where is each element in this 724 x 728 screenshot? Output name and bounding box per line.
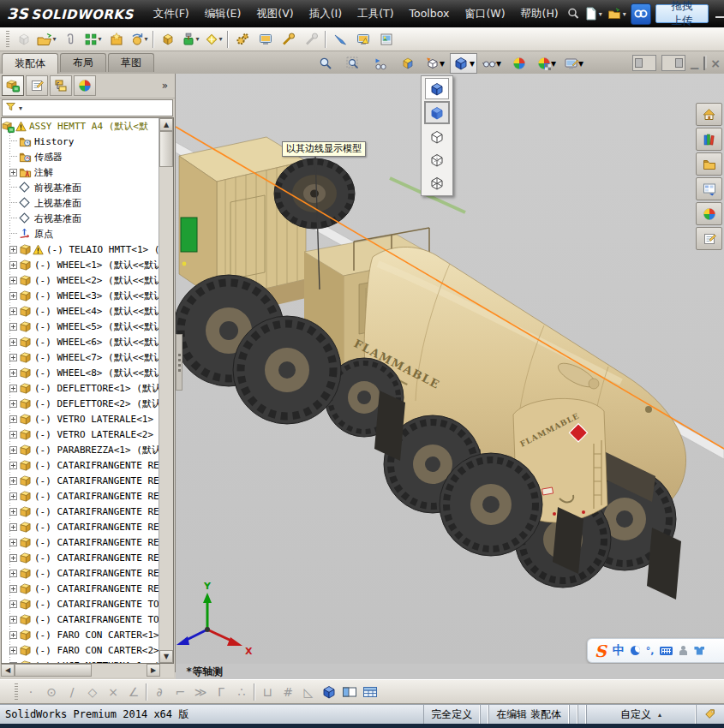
sogou-logo[interactable]: S <box>595 641 607 660</box>
expander-icon[interactable] <box>9 446 17 454</box>
chevron-down-icon[interactable]: ▾ <box>440 57 445 69</box>
tree-vertical-scrollbar[interactable]: ▲ ▼ <box>159 118 173 663</box>
chevron-down-icon[interactable]: ▾ <box>144 35 147 43</box>
expander-icon[interactable] <box>9 354 17 361</box>
menu-window[interactable]: 窗口(W) <box>457 0 512 27</box>
design-library-icon[interactable] <box>696 128 722 151</box>
tree-row[interactable]: 右视基准面 <box>2 211 161 226</box>
expander-icon[interactable] <box>9 585 17 593</box>
split-pane-icon[interactable] <box>339 683 360 701</box>
move-component-icon[interactable]: ▾ <box>128 29 151 50</box>
tree-row[interactable]: 16">History <box>2 134 161 149</box>
solidworks-resources-icon[interactable] <box>696 103 722 126</box>
menu-help[interactable]: 帮助(H) <box>513 0 566 27</box>
tree-row[interactable]: (-) PARABREZZA<1> (默认 <box>2 442 161 457</box>
propertymanager-tab-icon[interactable] <box>26 75 48 96</box>
tree-row[interactable]: 上视基准面 <box>2 195 161 211</box>
account-icon[interactable] <box>679 646 688 655</box>
assembly-features-icon[interactable]: ▾ <box>179 29 202 50</box>
tree-row[interactable]: (-) LUCE NOTTURNA<1> (默 <box>2 658 161 664</box>
tree-row[interactable]: (-) WHEEL<8> (默认<<默认 <box>2 365 161 380</box>
tree-row[interactable]: (-) CATARIFRANGENTE RET <box>2 565 161 581</box>
scroll-up-icon[interactable]: ▲ <box>159 118 173 131</box>
tree-row[interactable]: (-) WHEEL<3> (默认<<默认 <box>2 288 161 303</box>
overflow-chevron-icon[interactable]: » <box>162 80 173 92</box>
unit-system-selector[interactable]: 自定义 ▴ <box>586 705 696 724</box>
display-style-icon[interactable]: ▾ <box>450 53 477 74</box>
expander-icon[interactable] <box>9 369 17 377</box>
tree-row[interactable]: (-) CATARIFRANGENTE RET <box>2 519 161 534</box>
tree-row[interactable]: (-) CATARIFRANGENTE TON <box>2 612 161 627</box>
smart-fasteners-icon[interactable] <box>105 29 128 50</box>
insert-components-icon[interactable]: ▾ <box>35 29 58 50</box>
hidden-lines-removed-icon[interactable] <box>425 126 449 147</box>
edit-appearance-icon[interactable] <box>506 53 532 74</box>
tab-sketch[interactable]: 草图 <box>108 53 154 72</box>
tree-row[interactable]: (-) DEFLETTORE<2> (默认 <box>2 396 161 411</box>
scroll-down-icon[interactable]: ▼ <box>159 650 173 663</box>
toolbar-grip[interactable] <box>15 683 18 701</box>
tree-row[interactable]: (-) CATARIFRANGENTE RET <box>2 550 161 565</box>
zoom-to-area-icon[interactable] <box>340 53 366 74</box>
menu-tools[interactable]: 工具(T) <box>350 0 401 27</box>
expander-icon[interactable] <box>9 415 17 423</box>
expander-icon[interactable] <box>9 631 17 639</box>
file-explorer-icon[interactable] <box>696 152 722 176</box>
tree-row[interactable]: (-) CATARIFRANGENTE RET <box>2 488 161 504</box>
tree-filter[interactable]: ▾ <box>2 99 173 116</box>
tree-row[interactable]: (-) WHEEL<7> (默认<<默认 <box>2 349 161 365</box>
expander-icon[interactable] <box>9 492 17 500</box>
shaded-icon[interactable] <box>424 101 450 124</box>
expander-icon[interactable] <box>9 400 17 408</box>
tree-row[interactable]: (-) CATARIFRANGENTE TON <box>2 596 161 612</box>
menu-view[interactable]: 视图(V) <box>248 0 301 27</box>
tree-row[interactable]: (-) VETRO LATERALE<2> ( <box>2 427 161 442</box>
expander-icon[interactable] <box>9 385 17 392</box>
expander-icon[interactable] <box>9 431 17 439</box>
tree-row[interactable]: (-) CATARIFRANGENTE RET <box>2 534 161 550</box>
panel-splitter[interactable] <box>176 334 182 391</box>
wheel[interactable] <box>440 453 542 556</box>
halfwidth-moon-icon[interactable] <box>631 646 640 655</box>
tree-row[interactable]: (-) TELAIO HMTT<1> ( <box>2 242 161 257</box>
pane-right-icon[interactable] <box>661 55 685 71</box>
scroll-left-icon[interactable]: ◀ <box>1 664 15 677</box>
expander-icon[interactable] <box>9 277 17 284</box>
tree-row[interactable]: (-) VETRO LATERALE<1> ( <box>2 411 161 427</box>
expander-icon[interactable] <box>9 554 17 562</box>
skin-icon[interactable] <box>694 647 704 655</box>
view-palette-icon[interactable] <box>696 177 722 200</box>
expander-icon[interactable] <box>9 169 17 176</box>
spare-tire[interactable] <box>274 158 355 229</box>
chevron-down-icon[interactable]: ▾ <box>218 35 222 43</box>
chevron-down-icon[interactable]: ▾ <box>470 57 475 69</box>
appearances-scenes-icon[interactable] <box>696 202 722 225</box>
chevron-down-icon[interactable]: ▾ <box>52 35 56 43</box>
tree-row[interactable]: 16">传感器 <box>2 149 161 164</box>
drag-upload-button[interactable]: 拖拽上传 <box>655 4 709 23</box>
tree-row[interactable]: (-) WHEEL<2> (默认<<默认 <box>2 272 161 288</box>
featuremanager-tab-icon[interactable] <box>2 75 24 96</box>
expander-icon[interactable] <box>9 292 17 300</box>
menu-file[interactable]: 文件(F) <box>146 0 197 27</box>
zoom-to-fit-icon[interactable] <box>313 53 338 74</box>
tab-layout[interactable]: 布局 <box>60 53 106 72</box>
toolbar-grip[interactable] <box>6 31 9 48</box>
expander-icon[interactable] <box>9 523 17 531</box>
expander-icon[interactable] <box>9 539 17 546</box>
expander-icon[interactable] <box>9 477 17 485</box>
chevron-down-icon[interactable]: ▾ <box>551 57 556 69</box>
expander-icon[interactable] <box>9 261 17 269</box>
tree-row[interactable]: 16">注解 <box>2 164 161 180</box>
graphics-viewport[interactable]: FLAMMABLE <box>176 74 724 664</box>
chevron-down-icon[interactable]: ▾ <box>578 57 583 69</box>
expander-icon[interactable] <box>9 616 17 624</box>
new-document-icon[interactable]: ▾ <box>584 7 602 21</box>
view-settings-icon[interactable]: ▾ <box>561 53 587 74</box>
expander-icon[interactable] <box>9 307 17 315</box>
filter-funnel-icon[interactable] <box>5 101 16 115</box>
reference-geometry-icon[interactable]: ▾ <box>202 29 225 50</box>
shaded-with-edges-icon[interactable] <box>425 78 449 99</box>
tree-horizontal-scrollbar[interactable]: ◀ ▶ <box>1 664 174 677</box>
view-orientation-icon[interactable]: ▾ <box>422 53 448 74</box>
